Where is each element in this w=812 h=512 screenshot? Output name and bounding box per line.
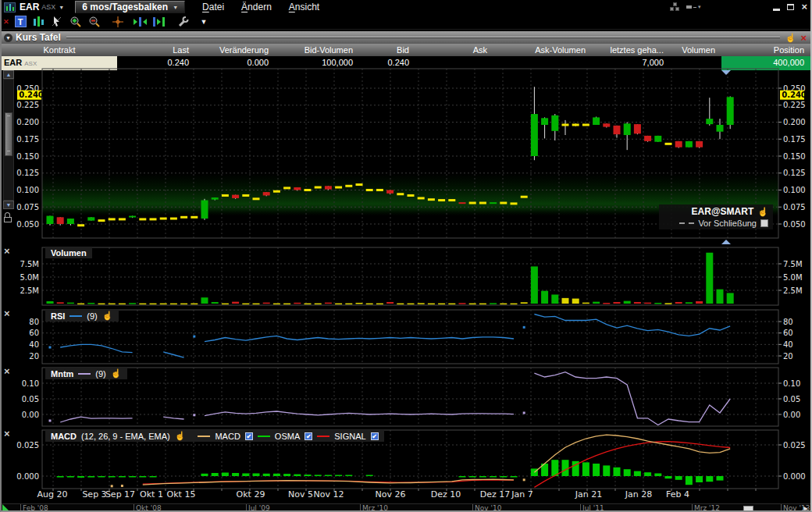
svg-text:0.150: 0.150 bbox=[783, 152, 806, 161]
svg-text:0.175: 0.175 bbox=[783, 135, 806, 144]
svg-text:0.100: 0.100 bbox=[783, 186, 806, 194]
x-axis-label: Okt 1 bbox=[140, 489, 163, 500]
svg-text:0.00: 0.00 bbox=[783, 411, 800, 419]
x-axis-label: Dez 10 bbox=[431, 489, 461, 500]
svg-text:60: 60 bbox=[783, 329, 793, 337]
svg-text:0.075: 0.075 bbox=[16, 203, 39, 212]
timeline-label: Feb '08 bbox=[20, 504, 48, 512]
x-axis-label: Nov 26 bbox=[376, 489, 406, 500]
rsi-line-swatch bbox=[69, 315, 82, 317]
close-macd-panel-button[interactable]: × bbox=[4, 429, 14, 439]
x-axis-label: Dez 17 bbox=[480, 489, 511, 500]
chart-window: EAR ASX ▼ 6 mos/Tagesbalken▼ Datei Änder… bbox=[0, 0, 812, 512]
grid bbox=[42, 69, 778, 489]
signal-line bbox=[143, 442, 730, 488]
x-axis-label: Sep 17 bbox=[105, 489, 135, 500]
svg-text:0.200: 0.200 bbox=[783, 118, 806, 126]
svg-text:0.10: 0.10 bbox=[783, 379, 800, 388]
svg-text:0.000: 0.000 bbox=[16, 472, 39, 481]
price-scrollbar-thumb[interactable] bbox=[5, 112, 12, 156]
close-rsi-panel-button[interactable]: × bbox=[4, 309, 14, 318]
timeline-scrollbar[interactable]: ▶ Feb '08Okt '08Jul '09Mrz '10Nov '10Jul… bbox=[2, 503, 810, 512]
svg-text:40: 40 bbox=[783, 340, 793, 349]
svg-text:0.125: 0.125 bbox=[783, 169, 806, 177]
x-axis-label: Okt 29 bbox=[237, 489, 265, 500]
svg-text:40: 40 bbox=[29, 340, 39, 349]
svg-text:20: 20 bbox=[783, 352, 793, 361]
timeline-thumb[interactable] bbox=[743, 506, 753, 511]
svg-text:0.225: 0.225 bbox=[783, 101, 806, 109]
unlock-icon[interactable] bbox=[4, 212, 12, 222]
timeline-label: Jul '11 bbox=[580, 504, 604, 512]
svg-text:5.0M: 5.0M bbox=[20, 273, 39, 282]
macd-line bbox=[111, 435, 731, 487]
x-axis-label: Jan 28 bbox=[625, 489, 652, 500]
x-axis-label: Sep 3 bbox=[82, 489, 106, 500]
close-mntm-panel-button[interactable]: × bbox=[4, 367, 14, 376]
svg-text:0.00: 0.00 bbox=[22, 411, 39, 419]
hand-icon[interactable]: ☝ bbox=[175, 431, 186, 441]
svg-text:0.050: 0.050 bbox=[16, 220, 39, 229]
svg-text:0.125: 0.125 bbox=[16, 169, 39, 177]
vol-panel-border bbox=[42, 247, 778, 305]
pre-close-checkbox[interactable] bbox=[760, 219, 768, 227]
x-axis-label: Nov 12 bbox=[314, 489, 344, 500]
price-legend: EAR@SMART☝ Vor Schließung bbox=[659, 204, 773, 229]
timeline-label: Mrz '10 bbox=[360, 504, 388, 512]
panel-resize-handle-up[interactable] bbox=[721, 240, 731, 244]
scroll-down-button[interactable]: ▼ bbox=[3, 201, 14, 209]
svg-text:0.075: 0.075 bbox=[783, 203, 806, 212]
svg-text:7.5M: 7.5M bbox=[20, 260, 39, 268]
svg-text:0.025: 0.025 bbox=[16, 441, 39, 450]
x-axis-labels: Aug 20Sep 3Sep 17Okt 1Okt 15Okt 29Nov 5N… bbox=[2, 489, 810, 502]
macd-checkbox[interactable]: ✔ bbox=[245, 432, 253, 440]
timeline-label: Nov '10 bbox=[472, 504, 501, 512]
svg-text:0.000: 0.000 bbox=[783, 472, 806, 481]
timeline-label: Jul '09 bbox=[246, 504, 270, 512]
svg-text:5.0M: 5.0M bbox=[783, 273, 803, 282]
svg-text:0.240: 0.240 bbox=[782, 91, 807, 99]
signal-checkbox[interactable]: ✔ bbox=[371, 432, 379, 440]
mntm-line-swatch bbox=[78, 373, 91, 375]
scroll-up-button[interactable]: ▲ bbox=[3, 70, 14, 79]
rsi-panel-label: RSI (9) ☝ bbox=[45, 310, 119, 322]
timeline-label: Okt '08 bbox=[134, 504, 162, 512]
svg-text:7.5M: 7.5M bbox=[783, 260, 803, 268]
svg-text:60: 60 bbox=[29, 329, 39, 337]
macd-line-swatch bbox=[198, 436, 210, 437]
svg-text:0.240: 0.240 bbox=[19, 91, 44, 99]
svg-text:80: 80 bbox=[783, 318, 793, 326]
mntm-panel-label: Mntm (9) ☝ bbox=[45, 368, 127, 379]
timeline-label: Mrz '12 bbox=[692, 504, 720, 512]
hand-icon[interactable]: ☝ bbox=[102, 311, 113, 321]
svg-text:0.100: 0.100 bbox=[16, 186, 39, 194]
x-axis-label: Nov 5 bbox=[288, 489, 313, 500]
osma-checkbox[interactable]: ✔ bbox=[304, 432, 312, 440]
x-axis-label: Feb 4 bbox=[666, 489, 689, 500]
x-axis-label: Jan 7 bbox=[511, 489, 532, 500]
x-axis-label: Okt 15 bbox=[167, 489, 196, 500]
svg-text:0.150: 0.150 bbox=[16, 152, 39, 161]
macd-panel-label: MACD (12, 26, 9 - EMA, EMA) ☝ MACD ✔ OSM… bbox=[45, 430, 384, 442]
resize-grip[interactable] bbox=[2, 504, 9, 511]
rsi-line bbox=[49, 315, 731, 358]
close-volume-panel-button[interactable]: × bbox=[4, 247, 14, 256]
hand-icon[interactable]: ☝ bbox=[111, 368, 122, 379]
svg-text:2.5M: 2.5M bbox=[20, 286, 39, 295]
svg-text:0.05: 0.05 bbox=[22, 395, 39, 404]
panel-resize-handle-down[interactable] bbox=[721, 70, 731, 75]
svg-text:20: 20 bbox=[29, 352, 39, 361]
series-title: EAR@SMART bbox=[692, 206, 754, 217]
timeline-label: Nov '13 bbox=[781, 504, 810, 512]
svg-text:2.5M: 2.5M bbox=[783, 286, 803, 295]
svg-text:0.200: 0.200 bbox=[16, 118, 39, 126]
svg-text:80: 80 bbox=[29, 318, 39, 326]
x-axis-label: Aug 20 bbox=[37, 489, 68, 500]
pre-close-label: Vor Schließung bbox=[698, 219, 757, 228]
volume-panel-label: Volumen bbox=[45, 247, 92, 258]
svg-text:0.225: 0.225 bbox=[16, 101, 39, 109]
svg-text:0.05: 0.05 bbox=[783, 395, 800, 404]
price-scrollbar-track[interactable] bbox=[3, 79, 14, 201]
hand-icon[interactable]: ☝ bbox=[757, 207, 768, 217]
mntm-panel-border bbox=[42, 368, 778, 426]
